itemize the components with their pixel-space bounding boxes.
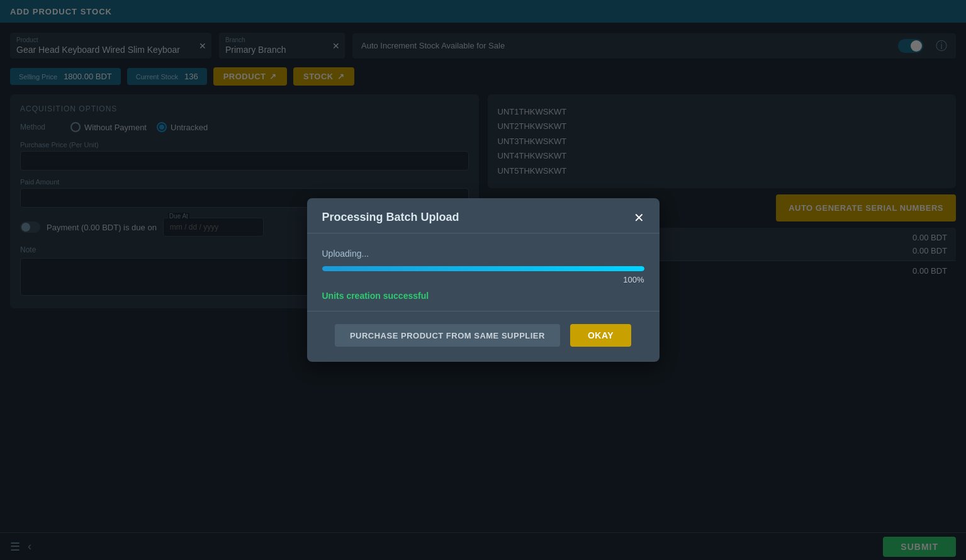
modal: Processing Batch Upload ✕ Uploading... 1… [307, 198, 660, 362]
modal-header: Processing Batch Upload ✕ [307, 198, 660, 233]
progress-bar-wrapper [322, 266, 644, 271]
progress-percent: 100% [322, 275, 644, 284]
purchase-from-supplier-button[interactable]: PURCHASE PRODUCT FROM SAME SUPPLIER [335, 324, 560, 347]
modal-title: Processing Batch Upload [322, 211, 459, 224]
modal-overlay: Processing Batch Upload ✕ Uploading... 1… [0, 0, 966, 560]
okay-button[interactable]: OKAY [570, 324, 631, 347]
success-text: Units creation successful [322, 291, 644, 301]
modal-close-button[interactable]: ✕ [634, 211, 644, 224]
progress-bar-fill [322, 266, 644, 271]
modal-footer: PURCHASE PRODUCT FROM SAME SUPPLIER OKAY [307, 311, 660, 362]
modal-body: Uploading... 100% Units creation success… [307, 233, 660, 311]
uploading-label: Uploading... [322, 249, 644, 259]
